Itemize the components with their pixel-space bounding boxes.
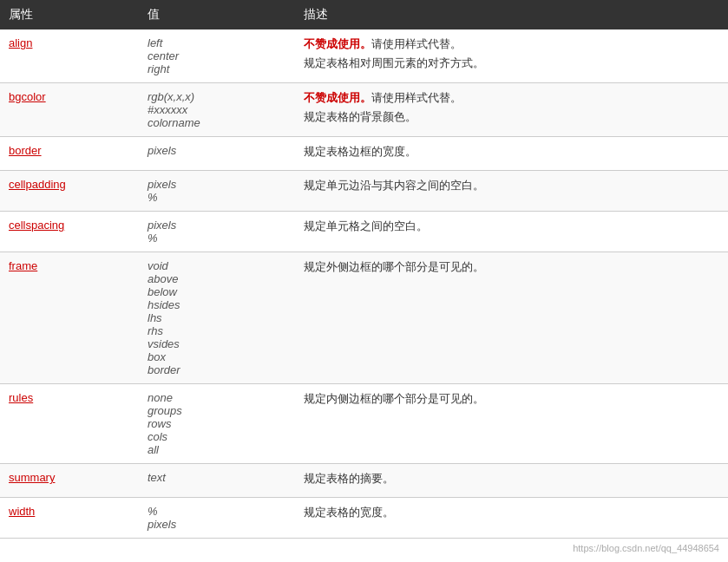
val-item: left	[148, 36, 286, 49]
attr-link[interactable]: width	[9, 505, 35, 518]
desc-line: 规定表格的摘要。	[304, 471, 719, 487]
val-item: none	[148, 391, 286, 404]
desc-cell: 规定内侧边框的哪个部分是可见的。	[295, 384, 728, 464]
val-item: %	[148, 232, 286, 245]
desc-cell: 规定外侧边框的哪个部分是可见的。	[295, 252, 728, 384]
attr-cell: border	[0, 137, 139, 171]
val-cell: text	[139, 464, 295, 498]
val-cell: voidabovebelowhsideslhsrhsvsidesboxborde…	[139, 252, 295, 384]
val-item: #xxxxxx	[148, 103, 286, 116]
val-cell: nonegroupsrowscolsall	[139, 384, 295, 464]
desc-cell: 规定表格边框的宽度。	[295, 137, 728, 171]
attr-link[interactable]: frame	[9, 259, 37, 272]
attr-cell: width	[0, 498, 139, 539]
val-item: center	[148, 49, 286, 62]
table-row: width%pixels规定表格的宽度。	[0, 498, 728, 539]
val-item: rows	[148, 417, 286, 430]
desc-cell: 不赞成使用。请使用样式代替。规定表格相对周围元素的对齐方式。	[295, 29, 728, 83]
desc-cell: 规定表格的宽度。	[295, 498, 728, 539]
val-item: right	[148, 62, 286, 75]
val-item: all	[148, 443, 286, 456]
desc-line: 规定单元格之间的空白。	[304, 219, 719, 234]
header-desc: 描述	[295, 0, 728, 29]
desc-line: 规定表格的宽度。	[304, 505, 719, 520]
attr-cell: frame	[0, 252, 139, 384]
val-item: rhs	[148, 324, 286, 337]
val-cell: pixels	[139, 137, 295, 171]
val-item: border	[148, 363, 286, 376]
attr-cell: rules	[0, 384, 139, 464]
desc-line: 规定表格边框的宽度。	[304, 144, 719, 160]
val-item: rgb(x,x,x)	[148, 90, 286, 103]
desc-cell: 规定表格的摘要。	[295, 464, 728, 498]
val-item: pixels	[148, 144, 286, 157]
val-item: pixels	[148, 178, 286, 191]
val-cell: %pixels	[139, 498, 295, 539]
table-row: summarytext规定表格的摘要。	[0, 464, 728, 498]
attr-cell: align	[0, 29, 139, 83]
val-item: pixels	[148, 518, 286, 531]
header-val: 值	[139, 0, 295, 29]
table-header: 属性 值 描述	[0, 0, 728, 29]
val-item: %	[148, 505, 286, 518]
val-item: void	[148, 259, 286, 272]
attr-link[interactable]: align	[9, 36, 32, 49]
val-item: groups	[148, 404, 286, 417]
val-cell: pixels%	[139, 212, 295, 252]
desc-cell: 规定单元格之间的空白。	[295, 212, 728, 252]
table-row: alignleftcenterright不赞成使用。请使用样式代替。规定表格相对…	[0, 29, 728, 83]
attributes-table: 属性 值 描述 alignleftcenterright不赞成使用。请使用样式代…	[0, 0, 728, 539]
desc-line: 规定外侧边框的哪个部分是可见的。	[304, 259, 719, 275]
val-item: hsides	[148, 298, 286, 311]
val-item: box	[148, 350, 286, 363]
val-cell: leftcenterright	[139, 29, 295, 83]
attr-link[interactable]: cellspacing	[9, 219, 64, 232]
table-row: bgcolorrgb(x,x,x)#xxxxxxcolorname不赞成使用。请…	[0, 83, 728, 137]
val-item: text	[148, 471, 286, 484]
attr-link[interactable]: cellpadding	[9, 178, 66, 191]
val-cell: pixels%	[139, 171, 295, 212]
attr-cell: cellpadding	[0, 171, 139, 212]
desc-line: 规定表格的背景颜色。	[304, 109, 719, 125]
table-row: borderpixels规定表格边框的宽度。	[0, 137, 728, 171]
val-item: colorname	[148, 116, 286, 129]
attr-link[interactable]: summary	[9, 471, 55, 484]
table-row: cellspacingpixels%规定单元格之间的空白。	[0, 212, 728, 252]
attr-link[interactable]: rules	[9, 391, 33, 404]
desc-line: 规定内侧边框的哪个部分是可见的。	[304, 391, 719, 407]
val-item: %	[148, 191, 286, 204]
desc-cell: 规定单元边沿与其内容之间的空白。	[295, 171, 728, 212]
val-item: cols	[148, 430, 286, 443]
desc-line: 不赞成使用。请使用样式代替。	[304, 36, 719, 52]
deprecated-text: 不赞成使用。	[304, 91, 371, 104]
attr-cell: summary	[0, 464, 139, 498]
val-item: below	[148, 285, 286, 298]
table-row: rulesnonegroupsrowscolsall规定内侧边框的哪个部分是可见…	[0, 384, 728, 464]
attr-link[interactable]: border	[9, 144, 42, 157]
val-item: lhs	[148, 311, 286, 324]
attr-cell: bgcolor	[0, 83, 139, 137]
table-row: framevoidabovebelowhsideslhsrhsvsidesbox…	[0, 252, 728, 384]
val-cell: rgb(x,x,x)#xxxxxxcolorname	[139, 83, 295, 137]
attr-cell: cellspacing	[0, 212, 139, 252]
val-item: above	[148, 272, 286, 285]
val-item: vsides	[148, 337, 286, 350]
val-item: pixels	[148, 219, 286, 232]
table-row: cellpaddingpixels%规定单元边沿与其内容之间的空白。	[0, 171, 728, 212]
header-attr: 属性	[0, 0, 139, 29]
desc-line: 规定单元边沿与其内容之间的空白。	[304, 178, 719, 193]
desc-line: 规定表格相对周围元素的对齐方式。	[304, 56, 719, 71]
desc-cell: 不赞成使用。请使用样式代替。规定表格的背景颜色。	[295, 83, 728, 137]
attr-link[interactable]: bgcolor	[9, 90, 46, 103]
desc-line: 不赞成使用。请使用样式代替。	[304, 90, 719, 106]
deprecated-text: 不赞成使用。	[304, 37, 371, 50]
